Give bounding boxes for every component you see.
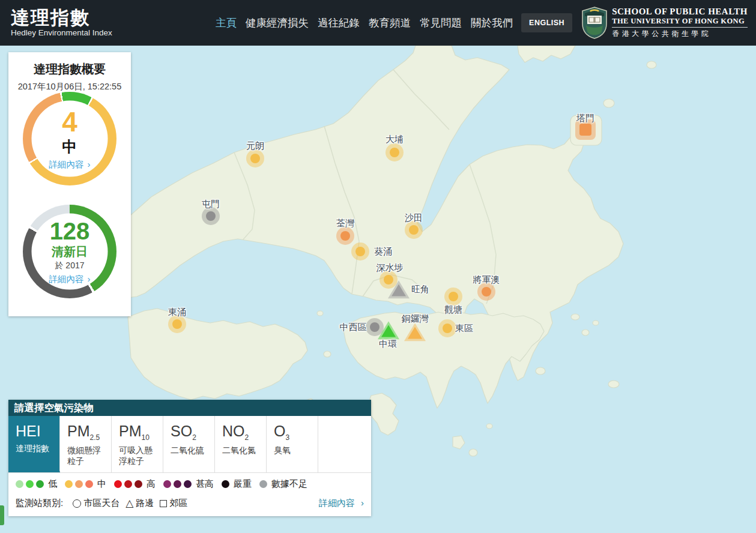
chevron-right-icon: ›: [88, 273, 91, 283]
pollutant-code: HEI: [16, 423, 59, 440]
nav-item-常見問題[interactable]: 常見問題: [420, 16, 462, 30]
station-type-路邊: △路邊: [125, 498, 154, 509]
pollutant-panel-title: 請選擇空氣污染物: [8, 400, 371, 416]
legend-group-中: 中: [65, 478, 106, 490]
triangle-marker: [381, 325, 396, 337]
site-logo[interactable]: 達理指數 Hedley Environmental Index: [11, 8, 112, 38]
hku-crest-icon: [582, 7, 607, 39]
pollutant-code: O3: [274, 423, 318, 442]
nav-item-主頁[interactable]: 主頁: [216, 16, 237, 30]
station-type-items: 市區天台△路邊郊區: [73, 498, 193, 509]
legend-label: 甚高: [196, 478, 214, 490]
station-type-郊區: 郊區: [160, 498, 187, 509]
station-label-觀塘: 觀塘: [444, 304, 462, 316]
map-island: [593, 321, 599, 325]
pollutant-code: NO2: [222, 423, 266, 442]
legend-dot: [36, 480, 44, 488]
legend-dot: [85, 480, 93, 488]
top-navigation-bar: 達理指數 Hedley Environmental Index 主頁健康經濟損失…: [0, 0, 756, 46]
hku-text: SCHOOL OF PUBLIC HEALTH THE UNIVERSITY O…: [612, 7, 748, 39]
legend-dot: [135, 480, 142, 488]
station-type-label: 監測站類別:: [16, 498, 63, 509]
pollutant-tab-NO2[interactable]: NO2二氧化氮: [215, 416, 267, 472]
station-type-legend: 監測站類別: 市區天台△路邊郊區 詳細內容›: [16, 498, 364, 509]
pollutant-name: 二氧化硫: [171, 445, 214, 456]
legend-dot: [26, 480, 34, 488]
legend-dot: [222, 480, 229, 488]
legend-group-嚴重: 嚴重: [222, 478, 252, 490]
legend-details-link[interactable]: 詳細內容›: [319, 498, 364, 509]
nav-item-健康經濟損失[interactable]: 健康經濟損失: [246, 16, 309, 30]
hku-line1: SCHOOL OF PUBLIC HEALTH: [612, 7, 748, 17]
pollutant-name: 二氧化氮: [222, 445, 266, 456]
pollutant-name: 達理指數: [16, 444, 59, 454]
legend-dot: [16, 480, 23, 488]
station-label-深水埗: 深水埗: [376, 262, 404, 274]
summary-card-title: 達理指數概要: [8, 61, 131, 77]
clean-days-label: 清新日: [52, 243, 88, 259]
legend-dot: [184, 480, 192, 488]
pollutant-tab-PM2.5[interactable]: PM2.5微細懸浮粒子: [60, 416, 112, 472]
chevron-right-icon: ›: [361, 498, 364, 508]
english-language-button[interactable]: ENGLISH: [521, 13, 572, 32]
square-outline: [160, 500, 167, 507]
station-label-中環: 中環: [379, 339, 397, 350]
station-label-塔門: 塔門: [576, 113, 594, 124]
station-label-中西區: 中西區: [340, 322, 367, 333]
map-island: [486, 424, 492, 429]
legend-dot: [163, 480, 171, 488]
map-island: [603, 99, 614, 107]
station-label-沙田: 沙田: [405, 212, 423, 224]
legend-dot: [75, 480, 83, 488]
map-island: [536, 367, 545, 375]
station-type-text: 路邊: [136, 498, 154, 509]
pollutant-tab-PM10[interactable]: PM10可吸入懸浮粒子: [112, 416, 163, 472]
station-label-東區: 東區: [455, 323, 473, 334]
legend-group-數據不足: 數據不足: [259, 478, 307, 490]
square-marker: [579, 124, 591, 136]
legend-group-甚高: 甚高: [163, 478, 214, 490]
legend-dot: [124, 480, 132, 488]
map-island: [317, 311, 323, 316]
hku-logo-block[interactable]: SCHOOL OF PUBLIC HEALTH THE UNIVERSITY O…: [582, 7, 748, 39]
legend-area: 低中高甚高嚴重數據不足 監測站類別: 市區天台△路邊郊區 詳細內容›: [8, 473, 371, 516]
map-island: [647, 61, 656, 68]
pollutant-selector-panel: 請選擇空氣污染物 HEI達理指數PM2.5微細懸浮粒子PM10可吸入懸浮粒子SO…: [8, 400, 371, 516]
chevron-right-icon: ›: [88, 158, 91, 169]
pollutant-code: PM2.5: [67, 423, 111, 442]
station-label-東涌: 東涌: [168, 307, 186, 318]
map-island: [608, 381, 619, 388]
circle-marker: [449, 292, 458, 301]
pollutant-tab-SO2[interactable]: SO2二氧化硫: [163, 416, 215, 472]
circle-symbol-icon: [73, 499, 81, 508]
circle-marker: [443, 324, 452, 333]
pollutant-tab-O3[interactable]: O3臭氧: [267, 416, 318, 472]
pollutant-name: 可吸入懸浮粒子: [119, 445, 163, 466]
page: 塔門元朗大埔屯門荃灣沙田葵涌深水埗旺角將軍澳觀塘東涌中西區中環銅鑼灣東區 達理指…: [0, 0, 756, 533]
map-island: [582, 330, 589, 336]
hei-summary-card: 達理指數概要 2017年10月06日, 15:22:55 4 中 詳細內容› 1…: [8, 52, 131, 316]
clean-days-details-link[interactable]: 詳細內容›: [49, 273, 91, 285]
pollutant-code: PM10: [119, 423, 163, 442]
hei-details-link[interactable]: 詳細內容›: [49, 158, 91, 170]
circle-marker: [355, 247, 365, 256]
summary-timestamp: 2017年10月06日, 15:22:55: [8, 81, 131, 92]
clean-days-year: 於 2017: [55, 260, 84, 271]
legend-group-高: 高: [114, 478, 156, 490]
hei-level-label: 中: [62, 136, 77, 156]
legend-group-低: 低: [16, 478, 57, 490]
legend-label: 嚴重: [234, 478, 252, 490]
station-label-銅鑼灣: 銅鑼灣: [402, 313, 429, 325]
circle-marker: [206, 211, 216, 221]
legend-dot: [114, 480, 122, 488]
station-label-葵涌: 葵涌: [374, 246, 392, 257]
station-label-元朗: 元朗: [246, 140, 264, 152]
legend-label: 低: [48, 478, 57, 490]
nav-item-關於我們[interactable]: 關於我們: [471, 16, 513, 30]
square-symbol-icon: [160, 500, 167, 507]
pollutant-tab-HEI[interactable]: HEI達理指數: [8, 416, 60, 472]
feedback-side-tab[interactable]: [0, 505, 4, 525]
nav-item-過往紀錄[interactable]: 過往紀錄: [318, 16, 360, 30]
hku-line3: 香港大學公共衛生學院: [612, 29, 748, 39]
nav-item-教育頻道[interactable]: 教育頻道: [369, 16, 411, 30]
